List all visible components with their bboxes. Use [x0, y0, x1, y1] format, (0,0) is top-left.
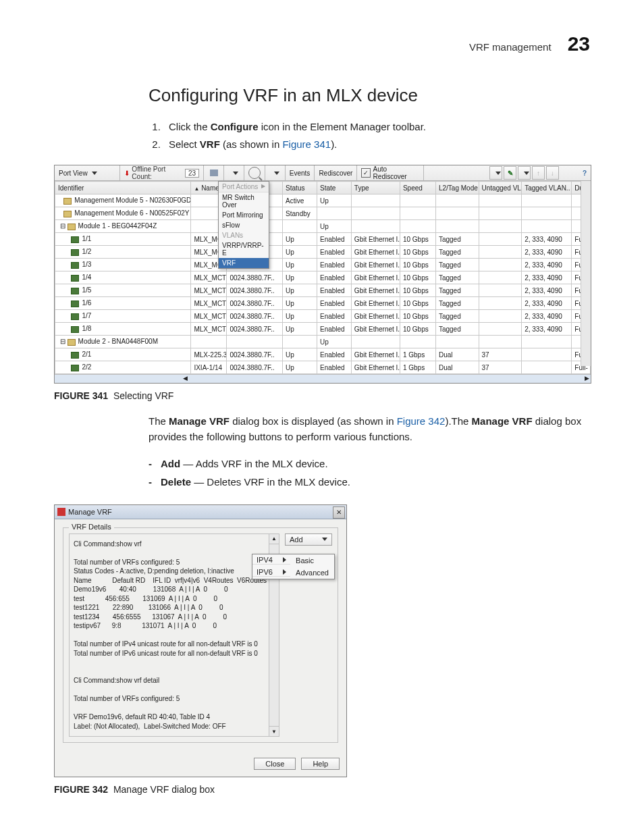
toolbar-dropdown-3[interactable] [518, 166, 531, 180]
vertical-scrollbar[interactable] [581, 181, 591, 366]
toolbar-icon-2[interactable] [224, 165, 244, 180]
search-icon [248, 167, 261, 179]
figure-341-link[interactable]: Figure 341 [282, 138, 331, 150]
offline-port-count: ⬇ Offline Port Count: 23 [120, 165, 204, 180]
submenu-ipv6[interactable]: IPV6 [252, 568, 290, 577]
configure-button[interactable]: ✎ [504, 166, 516, 180]
submenu-basic[interactable]: Basic [290, 556, 319, 565]
action-menu: Add IPV4 Basic IPV6 Advanced [285, 533, 332, 737]
submenu-advanced[interactable]: Advanced [290, 569, 334, 577]
header-page-number: 23 [568, 32, 590, 55]
horizontal-scrollbar[interactable]: ◀ ▶ [55, 374, 591, 383]
toolbar-dropdown[interactable] [265, 165, 286, 180]
element-manager-toolbar: Port View ⬇ Offline Port Count: 23 Event… [55, 165, 591, 181]
up-arrow-button[interactable]: ↑ [532, 166, 545, 180]
menu-port-mirroring[interactable]: Port Mirroring [219, 210, 269, 220]
table-row[interactable]: 1/2MLX_MCT_UpEnabledGbit Ethernet I..10 … [55, 246, 591, 259]
add-submenu: IPV4 Basic IPV6 Advanced [252, 554, 335, 579]
table-row[interactable]: 2/1MLX-225.33-4..0024.3880.7F..UpEnabled… [55, 348, 591, 361]
events-button[interactable]: Events [286, 165, 315, 180]
table-row[interactable]: Management Module 6 - N00525F02YStandby [55, 207, 591, 220]
rediscover-button[interactable]: Rediscover [315, 165, 357, 180]
app-icon [57, 508, 65, 516]
function-list: Add — Adds VRF in the MLX device. Delete… [149, 454, 590, 491]
port-actions-menu: Port Actions▶ MR Switch Over Port Mirror… [218, 181, 269, 269]
table-row[interactable]: ⊟ Module 2 - BNA0448F00MUp [55, 336, 591, 348]
figure-342-screenshot: Manage VRF ✕ VRF Details Cli Command:sho… [54, 504, 347, 778]
close-icon[interactable]: ✕ [333, 506, 345, 519]
figure-342-link[interactable]: Figure 342 [397, 415, 446, 427]
menu-sflow[interactable]: sFlow [219, 220, 269, 230]
add-button[interactable]: Add [285, 533, 332, 546]
auto-rediscover-checkbox[interactable]: ✓Auto Rediscover [357, 165, 424, 180]
chevron-down-icon [322, 538, 327, 541]
step-1: Click the Configure icon in the Element … [163, 118, 590, 136]
table-row[interactable]: ⊟ Module 1 - BEG0442F04ZUp [55, 220, 591, 233]
section-heading: Configuring VRF in an MLX device [149, 85, 590, 106]
chevron-right-icon [283, 569, 286, 575]
step-2: Select VRF (as shown in Figure 341). [163, 136, 590, 153]
table-row[interactable]: 1/8MLX_MCT_ICL0024.3880.7F..UpEnabledGbi… [55, 323, 591, 336]
scroll-up-icon[interactable]: ▲ [269, 534, 279, 544]
page-header: VRF management 23 [54, 32, 590, 55]
bullet-add: Add — Adds VRF in the MLX device. [161, 454, 590, 473]
help-button[interactable]: ? [579, 165, 591, 180]
bullet-delete: Delete — Deletes VRF in the MLX device. [161, 473, 590, 491]
table-row[interactable]: Management Module 5 - N02630F0GDActiveUp [55, 194, 591, 207]
menu-vrf[interactable]: VRF [219, 258, 269, 268]
checkbox-icon: ✓ [361, 168, 370, 178]
menu-mr-switch-over[interactable]: MR Switch Over [219, 192, 269, 210]
table-row[interactable]: 1/5MLX_MCT_ICL0024.3880.7F..UpEnabledGbi… [55, 284, 591, 297]
paragraph-manage-vrf: The Manage VRF dialog box is displayed (… [149, 413, 590, 445]
menu-vrrp[interactable]: VRRP/VRRP-E [219, 240, 269, 258]
chevron-right-icon [283, 557, 286, 563]
table-row[interactable]: 1/7MLX_MCT_ICL0024.3880.7F..UpEnabledGbi… [55, 310, 591, 323]
menu-vlans[interactable]: VLANs [219, 230, 269, 240]
port-table: Identifier ▲ Name Status State Type Spee… [55, 181, 591, 374]
chevron-down-icon [92, 172, 97, 175]
close-button[interactable]: Close [254, 758, 296, 770]
down-arrow-button[interactable]: ↓ [546, 166, 559, 180]
table-row[interactable]: 1/6MLX_MCT_ICL0024.3880.7F..UpEnabledGbi… [55, 297, 591, 310]
table-row[interactable]: 1/4MLX_MCT_ICL0024.3880.7F..UpEnabledGbi… [55, 271, 591, 284]
col-identifier[interactable]: Identifier [55, 182, 191, 194]
chevron-down-icon [274, 172, 279, 175]
search-button[interactable] [244, 165, 265, 180]
table-header-row: Identifier ▲ Name Status State Type Spee… [55, 182, 591, 194]
fieldset-label: VRF Details [69, 523, 114, 531]
cli-output-pane: Cli Command:show vrf Total number of VRF… [69, 533, 269, 737]
menu-port-actions[interactable]: Port Actions▶ [219, 182, 269, 192]
table-row[interactable]: 1/3MLX_MCT_UpEnabledGbit Ethernet I..10 … [55, 259, 591, 271]
scroll-down-icon[interactable]: ▼ [269, 726, 279, 736]
table-row[interactable]: 2/2IXIA-1/140024.3880.7F..UpEnabledGbit … [55, 361, 591, 374]
figure-341-screenshot: Port View ⬇ Offline Port Count: 23 Event… [54, 165, 591, 384]
submenu-ipv4[interactable]: IPV4 [252, 556, 290, 565]
figure-342-caption: FIGURE 342 Manage VRF dialog box [54, 784, 590, 795]
dialog-button-row: Close Help [55, 751, 346, 777]
table-row[interactable]: 1/1MLX_MCT_UpEnabledGbit Ethernet I..10 … [55, 233, 591, 246]
help-button[interactable]: Help [301, 758, 340, 770]
port-view-dropdown[interactable]: Port View [55, 165, 120, 180]
chevron-down-icon [233, 172, 238, 175]
header-section-title: VRF management [469, 41, 552, 53]
toolbar-dropdown-2[interactable] [489, 166, 502, 180]
vrf-details-fieldset: VRF Details Cli Command:show vrf Total n… [63, 527, 338, 744]
toolbar-icon-1[interactable] [204, 165, 224, 180]
step-list: Click the Configure icon in the Element … [149, 118, 590, 153]
dialog-titlebar: Manage VRF ✕ [55, 505, 346, 519]
cli-output-text: Cli Command:show vrf Total number of VRF… [74, 540, 265, 731]
figure-341-caption: FIGURE 341 Selecting VRF [54, 390, 590, 401]
